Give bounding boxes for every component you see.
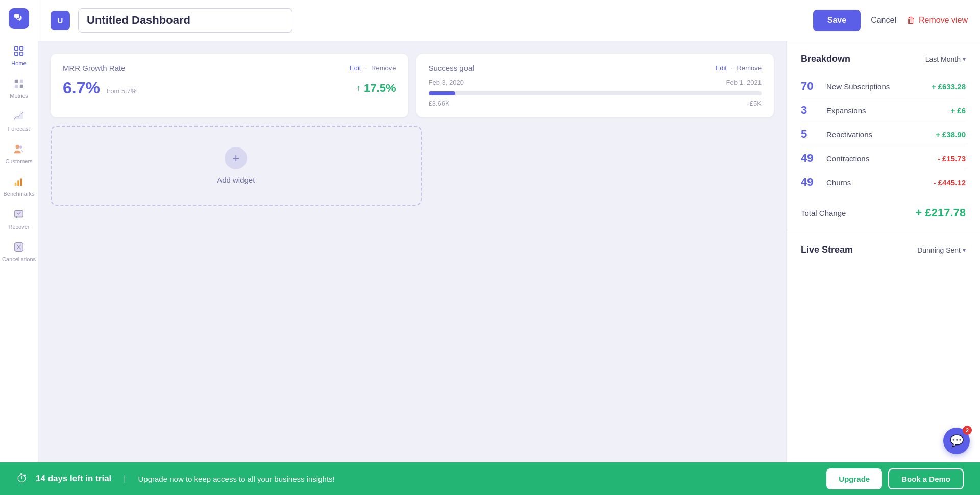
goal-progress-bar-fill	[429, 91, 455, 95]
trial-actions: Upgrade Book a Demo	[826, 468, 964, 489]
trash-icon: 🗑	[906, 15, 916, 26]
plus-icon: +	[232, 151, 239, 165]
success-goal-title: Success goal	[429, 64, 474, 72]
add-widget-label: Add widget	[217, 176, 255, 184]
total-change-label: Total Change	[801, 209, 846, 217]
forecast-icon	[12, 109, 26, 123]
sidebar-item-label: Forecast	[8, 126, 30, 132]
goal-date-end: Feb 1, 2021	[726, 79, 762, 86]
breakdown-left-3: 49 Contractions	[801, 152, 869, 165]
remove-view-button[interactable]: 🗑 Remove view	[906, 15, 968, 26]
upgrade-button[interactable]: Upgrade	[826, 468, 882, 489]
goal-remove-button[interactable]: Remove	[737, 64, 762, 72]
period-select[interactable]: Last Month ▾	[925, 55, 966, 63]
breakdown-row-reactivations: 5 Reactivations + £38.90	[801, 122, 966, 146]
empty-space	[430, 126, 774, 206]
add-widget-row: + Add widget	[51, 126, 774, 206]
mrr-values-row: 6.7% from 5.7% ↑ 17.5%	[63, 79, 396, 97]
breakdown-label-4: Churns	[826, 178, 851, 187]
dunning-label: Dunning Sent	[917, 246, 961, 254]
widgets-row-1: MRR Growth Rate Edit · Remove 6.7% from …	[51, 54, 774, 117]
dashboard-grid: MRR Growth Rate Edit · Remove 6.7% from …	[38, 41, 786, 495]
mrr-action-sep: ·	[365, 64, 367, 72]
benchmarks-icon	[12, 175, 26, 189]
mrr-value-group: 6.7% from 5.7%	[63, 79, 137, 97]
svg-rect-10	[15, 183, 17, 186]
save-button[interactable]: Save	[813, 10, 861, 31]
recover-icon	[12, 207, 26, 221]
mrr-remove-button[interactable]: Remove	[371, 64, 396, 72]
goal-amount-end: £5K	[750, 100, 762, 107]
breakdown-label-0: New Subscriptions	[826, 82, 890, 91]
svg-point-8	[16, 145, 19, 148]
svg-rect-7	[20, 85, 23, 88]
chat-bubble[interactable]: 💬 2	[943, 428, 970, 454]
chat-badge: 2	[963, 426, 972, 435]
breakdown-left-0: 70 New Subscriptions	[801, 80, 890, 93]
clock-icon: ⏱	[16, 472, 28, 485]
svg-rect-11	[17, 180, 19, 186]
header: U Save Cancel 🗑 Remove view	[38, 0, 980, 41]
goal-amount-start: £3.66K	[429, 100, 450, 107]
breakdown-count-3: 49	[801, 152, 819, 165]
header-actions: Save Cancel 🗑 Remove view	[813, 10, 968, 31]
sidebar-item-forecast[interactable]: Forecast	[0, 104, 38, 137]
breakdown-count-2: 5	[801, 128, 819, 141]
metrics-icon	[12, 77, 26, 91]
svg-rect-0	[15, 47, 18, 50]
breakdown-label-2: Reactivations	[826, 130, 872, 139]
sidebar-item-metrics[interactable]: Metrics	[0, 71, 38, 104]
mrr-from-text: from 5.7%	[106, 87, 136, 95]
mrr-widget-header: MRR Growth Rate Edit · Remove	[63, 64, 396, 72]
goal-date-start: Feb 3, 2020	[429, 79, 464, 86]
goal-amounts: £3.66K £5K	[429, 100, 762, 107]
arrow-up-icon: ↑	[356, 83, 361, 93]
goal-edit-button[interactable]: Edit	[716, 64, 727, 72]
mrr-edit-button[interactable]: Edit	[350, 64, 361, 72]
sidebar-item-label: Customers	[5, 158, 32, 164]
add-widget-card[interactable]: + Add widget	[51, 126, 422, 206]
svg-rect-4	[15, 80, 18, 83]
chevron-down-icon: ▾	[963, 56, 966, 63]
breakdown-value-1: + £6	[950, 106, 966, 115]
breakdown-row-contractions: 49 Contractions - £15.73	[801, 146, 966, 170]
success-goal-widget: Success goal Edit · Remove Feb 3, 2020 F…	[416, 54, 774, 117]
live-stream-section: Live Stream Dunning Sent ▾	[787, 232, 980, 267]
sidebar-item-benchmarks[interactable]: Benchmarks	[0, 169, 38, 202]
sidebar-item-label: Metrics	[10, 93, 28, 99]
sidebar-item-customers[interactable]: Customers	[0, 137, 38, 169]
svg-point-9	[19, 146, 22, 149]
sidebar-item-label: Home	[11, 60, 26, 66]
breakdown-row-new-subscriptions: 70 New Subscriptions + £633.28	[801, 75, 966, 98]
add-widget-button[interactable]: +	[225, 147, 247, 169]
trial-days-left: 14 days left in trial	[36, 474, 111, 484]
svg-rect-1	[20, 47, 23, 50]
right-panel: Breakdown Last Month ▾ 70 New Subscripti…	[786, 41, 980, 495]
cancel-button[interactable]: Cancel	[867, 10, 900, 31]
svg-rect-2	[15, 52, 18, 55]
breakdown-left-2: 5 Reactivations	[801, 128, 872, 141]
svg-rect-6	[15, 85, 18, 88]
dashboard-title-input[interactable]	[78, 8, 292, 33]
content-area: MRR Growth Rate Edit · Remove 6.7% from …	[38, 41, 980, 495]
sidebar-item-recover[interactable]: Recover	[0, 202, 38, 235]
breakdown-label-3: Contractions	[826, 154, 869, 163]
chat-icon: 💬	[950, 434, 964, 448]
goal-progress-bar-container	[429, 91, 762, 95]
breakdown-count-0: 70	[801, 80, 819, 93]
breakdown-value-0: + £633.28	[932, 82, 966, 91]
live-stream-header: Live Stream Dunning Sent ▾	[801, 244, 966, 255]
sidebar-item-home[interactable]: Home	[0, 39, 38, 71]
svg-rect-3	[20, 52, 23, 55]
main-content: U Save Cancel 🗑 Remove view MRR Growth R…	[38, 0, 980, 495]
book-demo-button[interactable]: Book a Demo	[888, 468, 964, 489]
breakdown-count-1: 3	[801, 104, 819, 117]
mrr-widget-title: MRR Growth Rate	[63, 64, 126, 72]
dunning-select[interactable]: Dunning Sent ▾	[917, 246, 966, 254]
breakdown-left-4: 49 Churns	[801, 176, 851, 189]
sidebar-item-label: Recover	[9, 224, 30, 230]
total-change-row: Total Change + £217.78	[801, 198, 966, 219]
breakdown-label-1: Expansions	[826, 106, 866, 115]
breakdown-header: Breakdown Last Month ▾	[801, 54, 966, 64]
sidebar-item-cancellations[interactable]: Cancellations	[0, 235, 38, 267]
